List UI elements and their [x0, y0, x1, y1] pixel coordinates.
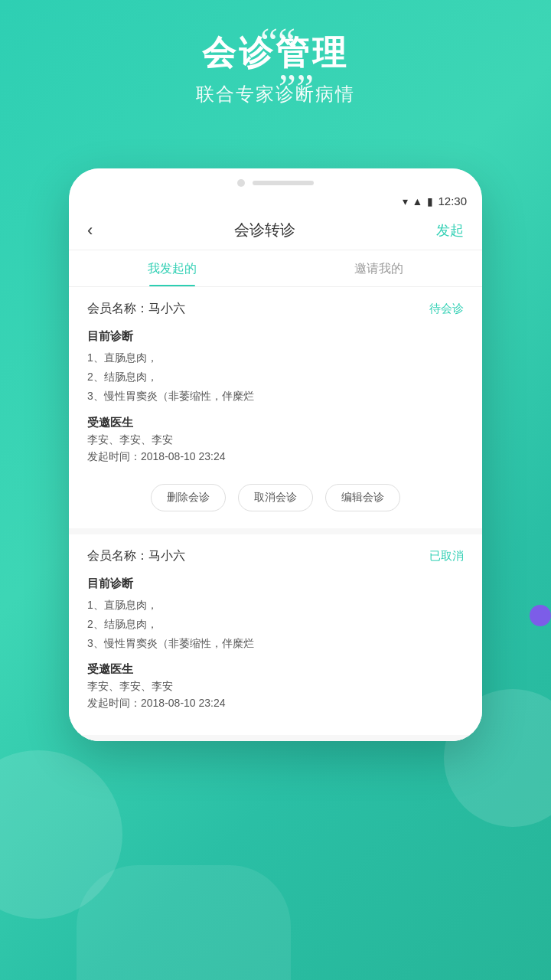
diagnosis-line-5: 2、结肠息肉， [87, 615, 464, 634]
diagnosis-title-1: 目前诊断 [87, 329, 464, 344]
phone-notch [237, 179, 314, 187]
back-button[interactable]: ‹ [87, 220, 93, 240]
bg-dot [530, 605, 551, 626]
phone-speaker [253, 181, 314, 185]
signal-icon: ▲ [412, 195, 423, 207]
tab-invited-me[interactable]: 邀请我的 [276, 250, 482, 286]
card-header-1: 会员名称：马小六 待会诊 [87, 301, 464, 317]
edit-consultation-button[interactable]: 编辑会诊 [325, 484, 400, 511]
consultation-card-1: 会员名称：马小六 待会诊 目前诊断 1、直肠息肉， 2、结肠息肉， 3、慢性胃窦… [69, 287, 482, 534]
phone-camera [237, 179, 245, 187]
tabs: 我发起的 邀请我的 [69, 250, 482, 287]
quote-left-icon: ““ [260, 23, 295, 63]
card-header-2: 会员名称：马小六 已取消 [87, 548, 464, 564]
diagnosis-line-2: 2、结肠息肉， [87, 368, 464, 387]
phone-mockup: ▾ ▲ ▮ 12:30 ‹ 会诊转诊 发起 我发起的 邀请我的 会员名称：马小六… [69, 168, 482, 741]
tab-my-initiated[interactable]: 我发起的 [69, 250, 276, 286]
action-buttons-1: 删除会诊 取消会诊 编辑会诊 [87, 476, 464, 516]
nav-title: 会诊转诊 [234, 220, 295, 240]
phone-top [69, 168, 482, 191]
battery-icon: ▮ [427, 195, 433, 207]
quote-right-icon: ”” [279, 69, 314, 109]
diagnosis-content-2: 1、直肠息肉， 2、结肠息肉， 3、慢性胃窦炎（非萎缩性，伴糜烂 [87, 596, 464, 654]
content-area: 会员名称：马小六 待会诊 目前诊断 1、直肠息肉， 2、结肠息肉， 3、慢性胃窦… [69, 287, 482, 741]
launch-time-1: 发起时间：2018-08-10 23:24 [87, 450, 464, 464]
launch-time-2: 发起时间：2018-08-10 23:24 [87, 697, 464, 710]
wifi-icon: ▾ [403, 195, 408, 207]
invited-title-2: 受邀医生 [87, 662, 464, 677]
nav-bar: ‹ 会诊转诊 发起 [69, 212, 482, 250]
status-badge-2: 已取消 [429, 549, 464, 564]
sub-title: 联合专家诊断病情 [161, 82, 390, 106]
member-name-2: 会员名称：马小六 [87, 548, 185, 564]
page-header: ““ ”” 会诊管理 联合专家诊断病情 [0, 23, 551, 106]
diagnosis-content-1: 1、直肠息肉， 2、结肠息肉， 3、慢性胃窦炎（非萎缩性，伴糜烂 [87, 348, 464, 407]
diagnosis-line-6: 3、慢性胃窦炎（非萎缩性，伴糜烂 [87, 634, 464, 653]
launch-button[interactable]: 发起 [436, 221, 464, 240]
diagnosis-line-4: 1、直肠息肉， [87, 596, 464, 615]
status-time: 12:30 [438, 194, 467, 207]
diagnosis-title-2: 目前诊断 [87, 577, 464, 591]
status-badge-1: 待会诊 [429, 302, 464, 316]
invited-title-1: 受邀医生 [87, 416, 464, 430]
cancel-consultation-button[interactable]: 取消会诊 [238, 484, 313, 511]
diagnosis-line-1: 1、直肠息肉， [87, 348, 464, 368]
member-name-1: 会员名称：马小六 [87, 301, 185, 317]
status-bar: ▾ ▲ ▮ 12:30 [69, 191, 482, 212]
delete-consultation-button[interactable]: 删除会诊 [151, 484, 226, 511]
diagnosis-line-3: 3、慢性胃窦炎（非萎缩性，伴糜烂 [87, 387, 464, 406]
consultation-card-2: 会员名称：马小六 已取消 目前诊断 1、直肠息肉， 2、结肠息肉， 3、慢性胃窦… [69, 534, 482, 742]
bg-decoration-3 [77, 865, 291, 980]
invited-doctors-2: 李安、李安、李安 [87, 680, 464, 694]
invited-doctors-1: 李安、李安、李安 [87, 433, 464, 447]
